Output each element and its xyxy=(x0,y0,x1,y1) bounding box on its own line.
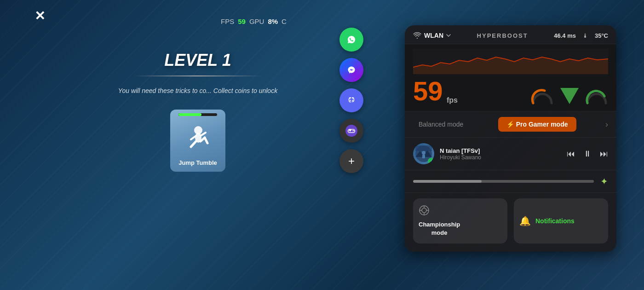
mode-row: Balanced mode ⚡ Pro Gamer mode › xyxy=(405,111,616,138)
championship-mode-button[interactable]: Championship mode xyxy=(413,198,507,244)
chevron-right-icon: › xyxy=(605,120,608,129)
fps-big-value: 59 xyxy=(413,78,443,104)
gamepad-bubble[interactable] xyxy=(339,119,363,143)
triangle-down xyxy=(560,88,579,104)
svg-rect-20 xyxy=(422,155,425,158)
svg-point-19 xyxy=(422,151,426,155)
game-content: LEVEL 1 You will need these tricks to co… xyxy=(46,37,350,290)
add-bubble[interactable]: + xyxy=(339,149,363,173)
gpu-value: 8% xyxy=(268,17,278,25)
gpu-label: GPU xyxy=(249,17,264,25)
gauge-container xyxy=(531,87,608,104)
svg-point-12 xyxy=(345,125,357,137)
brightness-icon: ✦ xyxy=(600,176,608,187)
svg-point-22 xyxy=(422,208,426,213)
notifications-text: Notifications xyxy=(535,217,575,225)
trick-card[interactable]: Jump Tumble xyxy=(170,110,225,172)
level-title: LEVEL 1 xyxy=(164,51,231,70)
wlan-row: WLAN HYPERBOOST 46.4 ms 🌡 35°C xyxy=(405,25,616,44)
notifications-button[interactable]: 🔔 Notifications xyxy=(514,198,608,244)
progress-fill xyxy=(178,113,201,116)
progress-bar xyxy=(178,113,217,116)
wlan-info: WLAN xyxy=(413,32,451,39)
game-panel: WLAN HYPERBOOST 46.4 ms 🌡 35°C xyxy=(405,25,616,252)
svg-line-4 xyxy=(205,138,207,143)
hud-bar: FPS 59 GPU 8% C xyxy=(221,17,287,25)
divider xyxy=(133,75,262,76)
fps-value: 59 xyxy=(238,17,246,25)
wifi-icon xyxy=(413,32,421,39)
wlan-stats: 46.4 ms 🌡 35°C xyxy=(554,32,608,39)
fps-chart xyxy=(413,49,608,74)
svg-rect-18 xyxy=(415,145,432,151)
brightness-fill xyxy=(413,180,482,183)
discord-bubble[interactable] xyxy=(339,88,363,112)
messenger-bubble[interactable] xyxy=(339,58,363,82)
triangle-indicator xyxy=(560,88,579,104)
pause-button[interactable]: ⏸ xyxy=(583,149,592,159)
svg-point-8 xyxy=(345,64,357,76)
fps-display: 59 fps xyxy=(413,78,458,104)
whatsapp-bubble[interactable] xyxy=(339,28,363,52)
championship-icon xyxy=(419,205,430,216)
brightness-row: ✦ xyxy=(405,170,616,193)
latency-value: 46.4 ms xyxy=(554,32,576,39)
pro-gamer-mode-button[interactable]: ⚡ Pro Gamer mode xyxy=(498,117,576,132)
brightness-slider[interactable] xyxy=(413,180,594,183)
next-track-button[interactable]: ⏭ xyxy=(600,149,608,159)
prev-track-button[interactable]: ⏮ xyxy=(567,149,575,159)
fps-display-row: 59 fps xyxy=(413,78,608,104)
music-info: N taian [TFSv] Hiroyuki Sawano xyxy=(440,147,561,161)
music-artist: Hiroyuki Sawano xyxy=(440,154,561,161)
balanced-mode-button[interactable]: Balanced mode xyxy=(413,117,469,132)
svg-point-10 xyxy=(350,100,351,101)
temp-value: 35°C xyxy=(595,32,608,39)
trick-icon xyxy=(179,120,216,157)
svg-point-11 xyxy=(352,100,353,101)
music-avatar: ♪ xyxy=(413,143,434,164)
app-bubbles: + xyxy=(339,28,363,173)
bottom-buttons: Championship mode 🔔 Notifications xyxy=(405,193,616,252)
temp-icon: 🌡 xyxy=(582,32,588,39)
notification-bell-icon: 🔔 xyxy=(519,215,531,226)
orange-arc-gauge xyxy=(531,87,554,104)
music-player-row: ♪ N taian [TFSv] Hiroyuki Sawano ⏮ ⏸ ⏭ xyxy=(405,138,616,170)
svg-point-9 xyxy=(345,94,357,106)
spotify-badge: ♪ xyxy=(428,158,434,164)
chevron-down-icon xyxy=(446,34,451,37)
music-controls: ⏮ ⏸ ⏭ xyxy=(567,149,608,159)
fps-unit: fps xyxy=(447,96,458,109)
hint-text: You will need these tricks to co... Coll… xyxy=(118,86,277,96)
fps-label: FPS xyxy=(221,17,234,25)
championship-mode-text: Championship mode xyxy=(419,220,460,237)
wlan-label: WLAN xyxy=(424,32,443,39)
trick-label: Jump Tumble xyxy=(178,159,217,166)
extra-label: C xyxy=(282,17,287,25)
music-title: N taian [TFSv] xyxy=(440,147,561,154)
green-arc-gauge xyxy=(585,87,608,104)
fps-area: 59 fps xyxy=(405,44,616,111)
hyperboost-label: HYPERBOOST xyxy=(477,32,528,39)
close-button[interactable]: ✕ xyxy=(34,8,45,23)
svg-line-2 xyxy=(191,141,196,147)
